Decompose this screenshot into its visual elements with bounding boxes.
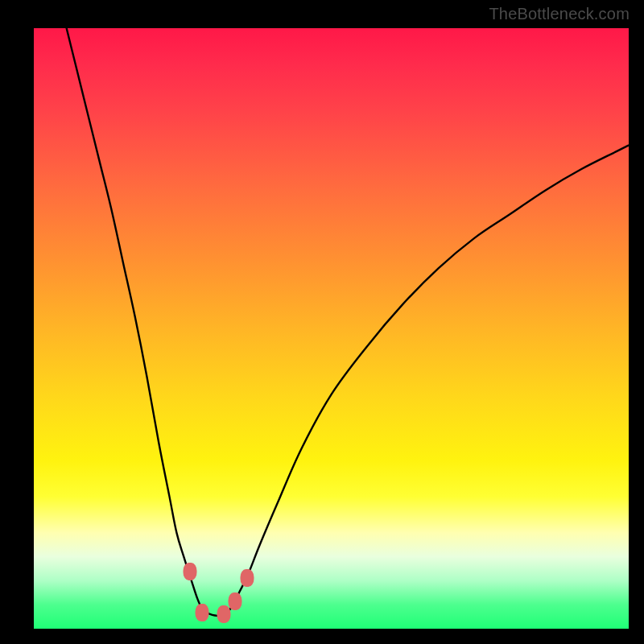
- curve-left-branch: [64, 28, 220, 616]
- plot-area: [34, 28, 629, 629]
- data-marker: [183, 563, 196, 580]
- data-marker: [217, 605, 230, 623]
- data-marker: [196, 604, 209, 621]
- curve-layer: [34, 28, 629, 629]
- watermark-text: TheBottleneck.com: [489, 5, 630, 23]
- chart-frame: TheBottleneck.com: [0, 0, 644, 644]
- data-marker: [240, 569, 254, 587]
- data-marker: [228, 592, 242, 610]
- curve-right-branch: [220, 145, 629, 616]
